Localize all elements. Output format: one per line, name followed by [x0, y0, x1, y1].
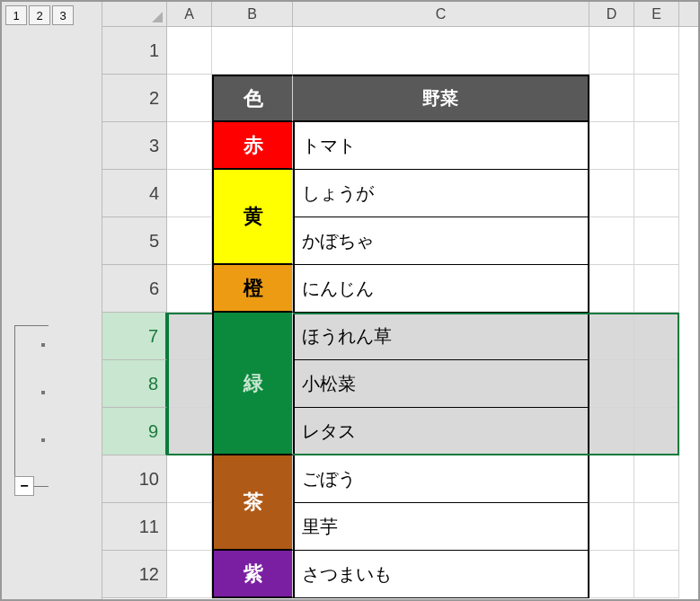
cell[interactable]: 緑: [212, 313, 293, 455]
cell[interactable]: 里芋: [293, 503, 589, 551]
row-header[interactable]: 7: [102, 313, 167, 360]
row: 6橙にんじん: [102, 265, 698, 313]
row-header[interactable]: 8: [102, 360, 167, 408]
cell[interactable]: さつまいも: [293, 551, 589, 598]
cell[interactable]: [167, 265, 212, 313]
cell[interactable]: [167, 75, 212, 122]
column-header-A[interactable]: A: [167, 2, 212, 26]
row-header[interactable]: 6: [102, 265, 167, 313]
select-all-corner[interactable]: [102, 2, 167, 26]
spreadsheet-grid: A B C D E 12色野菜3赤トマト4黄しょうが5かぼちゃ6橙にんじん7緑ほ…: [102, 2, 698, 599]
cell[interactable]: 茶: [212, 455, 293, 551]
outline-level-2[interactable]: 2: [29, 5, 50, 25]
row-header[interactable]: 2: [102, 75, 167, 122]
cell[interactable]: 黄: [212, 170, 293, 265]
cell[interactable]: 赤: [212, 122, 293, 170]
column-header-B[interactable]: B: [212, 2, 293, 26]
cell[interactable]: [167, 360, 212, 408]
cell[interactable]: レタス: [293, 408, 589, 455]
cell[interactable]: [589, 408, 634, 455]
cell[interactable]: [634, 122, 679, 170]
cell[interactable]: [167, 217, 212, 265]
cell[interactable]: [634, 75, 679, 122]
row-header[interactable]: 10: [102, 455, 167, 503]
row-header[interactable]: 11: [102, 503, 167, 551]
cell[interactable]: [634, 503, 679, 551]
row: 12紫さつまいも: [102, 551, 698, 598]
cell[interactable]: 野菜: [293, 75, 589, 122]
outline-pane: 1 2 3 −: [2, 2, 102, 599]
cell[interactable]: [634, 360, 679, 408]
row: 4黄しょうが: [102, 170, 698, 217]
cell[interactable]: 小松菜: [293, 360, 589, 408]
cell[interactable]: [589, 27, 634, 75]
cell[interactable]: [589, 551, 634, 598]
cell[interactable]: [589, 122, 634, 170]
outline-level-buttons: 1 2 3: [2, 2, 102, 29]
column-header-E[interactable]: E: [634, 2, 679, 26]
cell[interactable]: [589, 217, 634, 265]
cell[interactable]: 紫: [212, 551, 293, 598]
cell[interactable]: しょうが: [293, 170, 589, 217]
cell[interactable]: [589, 265, 634, 313]
row-header[interactable]: 5: [102, 217, 167, 265]
column-header-D[interactable]: D: [589, 2, 634, 26]
cell[interactable]: 橙: [212, 265, 293, 313]
column-header-C[interactable]: C: [293, 2, 589, 26]
cell[interactable]: [634, 313, 679, 360]
outline-level-1[interactable]: 1: [5, 5, 27, 25]
cell[interactable]: [589, 360, 634, 408]
row-header[interactable]: 9: [102, 408, 167, 455]
cell[interactable]: [634, 170, 679, 217]
row: 5かぼちゃ: [102, 217, 698, 265]
row: 8小松菜: [102, 360, 698, 408]
cell[interactable]: [167, 27, 212, 75]
row-header[interactable]: 4: [102, 170, 167, 217]
cell[interactable]: ごぼう: [293, 455, 589, 503]
cell[interactable]: [634, 27, 679, 75]
row: 9レタス: [102, 408, 698, 455]
outline-dot-icon: [41, 391, 45, 394]
cell[interactable]: [634, 265, 679, 313]
row: 2色野菜: [102, 75, 698, 122]
row: 10茶ごぼう: [102, 455, 698, 503]
cell[interactable]: [634, 455, 679, 503]
outline-bracket: [14, 325, 49, 487]
outline-dot-icon: [41, 343, 45, 347]
row-header[interactable]: 1: [102, 27, 167, 75]
row: 11里芋: [102, 503, 698, 551]
cell[interactable]: [589, 455, 634, 503]
cell[interactable]: [167, 313, 212, 360]
row-header[interactable]: 3: [102, 122, 167, 170]
cell[interactable]: にんじん: [293, 265, 589, 313]
cell[interactable]: ほうれん草: [293, 313, 589, 360]
cell[interactable]: [167, 170, 212, 217]
cell[interactable]: [212, 27, 293, 75]
cell[interactable]: [589, 503, 634, 551]
row: 7緑ほうれん草: [102, 313, 698, 360]
rows: 12色野菜3赤トマト4黄しょうが5かぼちゃ6橙にんじん7緑ほうれん草8小松菜9レ…: [102, 27, 698, 598]
cell[interactable]: [167, 122, 212, 170]
cell[interactable]: [634, 551, 679, 598]
cell[interactable]: [167, 408, 212, 455]
cell[interactable]: かぼちゃ: [293, 217, 589, 265]
cell[interactable]: 色: [212, 75, 293, 122]
cell[interactable]: [589, 170, 634, 217]
cell[interactable]: [167, 503, 212, 551]
outline-level-3[interactable]: 3: [52, 5, 74, 25]
cell[interactable]: [634, 408, 679, 455]
row: 3赤トマト: [102, 122, 698, 170]
cell[interactable]: [634, 217, 679, 265]
cell[interactable]: [589, 75, 634, 122]
cell[interactable]: [167, 455, 212, 503]
cell[interactable]: トマト: [293, 122, 589, 170]
column-headers: A B C D E: [102, 2, 698, 27]
cell[interactable]: [293, 27, 589, 75]
outline-dot-icon: [41, 438, 45, 442]
cell[interactable]: [589, 313, 634, 360]
cell[interactable]: [167, 551, 212, 598]
row-header[interactable]: 12: [102, 551, 167, 598]
row: 1: [102, 27, 698, 75]
outline-collapse-button[interactable]: −: [14, 476, 34, 496]
